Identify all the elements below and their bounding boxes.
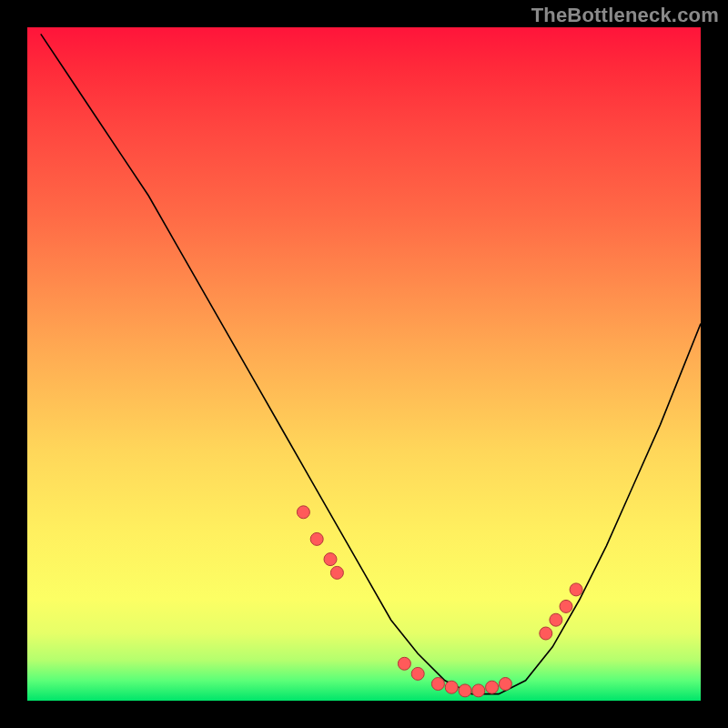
highlight-dot [398,657,410,670]
chart-svg [27,27,701,701]
highlight-dot [324,553,337,566]
highlight-dot [550,613,562,626]
highlight-dot [411,667,424,680]
chart-stage: TheBottleneck.com [0,0,728,728]
plot-area [27,27,701,701]
bottleneck-curve [41,34,701,693]
highlight-dot [486,681,499,693]
highlight-dot [445,681,458,693]
highlight-dot [560,600,572,612]
highlight-dot [330,566,343,579]
highlight-dot [570,583,582,596]
highlight-dot [472,684,485,697]
highlight-dot [540,627,552,640]
watermark-text: TheBottleneck.com [531,4,719,27]
highlight-dot [499,678,511,691]
highlight-dot [297,506,309,519]
highlight-dot [431,678,444,691]
highlight-dots-group [297,506,582,697]
highlight-dot [310,532,323,545]
highlight-dot [459,684,471,697]
